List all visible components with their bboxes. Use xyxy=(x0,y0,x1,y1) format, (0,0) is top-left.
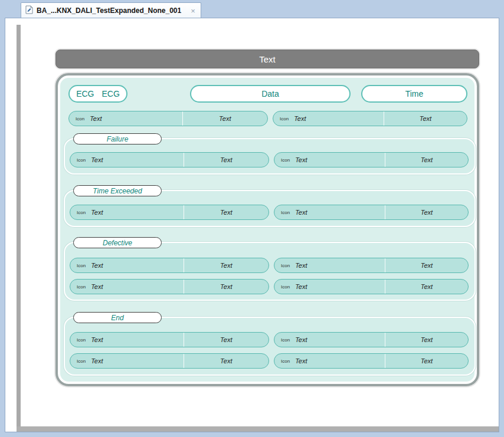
main-widget-panel[interactable]: ECG ECG Data Time Icon Text Text Icon Te… xyxy=(55,73,479,386)
page-edge-shadow-left xyxy=(17,25,21,426)
status-pill[interactable]: Icon Text Text xyxy=(70,279,269,294)
tab-bar: BA_...KNX_DALI_TestExpanded_None_001 × xyxy=(5,2,499,18)
pill-value-label: Text xyxy=(182,111,267,126)
pill-text-label: Text xyxy=(295,357,307,364)
pill-icon-placeholder: Icon xyxy=(77,359,86,364)
pill-value-label: Text xyxy=(184,280,269,294)
pill-text-label: Text xyxy=(295,336,307,343)
pill-text-label: Text xyxy=(91,209,103,216)
pill-left-segment: Icon Text xyxy=(70,153,184,167)
pill-icon-placeholder: Icon xyxy=(281,359,290,364)
status-pill[interactable]: Icon Text Text xyxy=(274,258,469,273)
pill-text-label: Text xyxy=(91,357,103,364)
section-end[interactable]: End Icon Text Text Icon Text Text xyxy=(64,317,476,376)
pill-icon-placeholder: Icon xyxy=(77,157,86,163)
pill-icon-placeholder: Icon xyxy=(281,337,290,343)
document-icon xyxy=(25,5,33,17)
tab-title: BA_...KNX_DALI_TestExpanded_None_001 xyxy=(37,6,181,15)
status-pill[interactable]: Icon Text Text xyxy=(274,152,469,167)
pill-value-label: Text xyxy=(385,280,468,294)
pill-left-segment: Icon Text xyxy=(69,111,182,126)
pill-text-label: Text xyxy=(295,262,307,269)
close-icon[interactable]: × xyxy=(191,7,195,15)
pill-icon-placeholder: Icon xyxy=(77,210,86,215)
pill-left-segment: Icon Text xyxy=(70,280,184,294)
pill-value-label: Text xyxy=(184,333,269,347)
section-label-failure[interactable]: Failure xyxy=(73,133,162,144)
pill-left-segment: Icon Text xyxy=(274,205,385,219)
pill-left-segment: Icon Text xyxy=(274,333,385,347)
time-field[interactable]: Time xyxy=(361,85,467,103)
pill-left-segment: Icon Text xyxy=(70,205,184,219)
pill-value-label: Text xyxy=(385,153,468,167)
pill-left-segment: Icon Text xyxy=(70,258,184,272)
pill-value-label: Text xyxy=(385,258,468,272)
status-pill[interactable]: Icon Text Text xyxy=(274,332,469,347)
pill-value-label: Text xyxy=(385,333,468,347)
section-label-time-exceeded[interactable]: Time Exceeded xyxy=(73,185,162,196)
status-pill[interactable]: Icon Text Text xyxy=(68,111,268,126)
pill-icon-placeholder: Icon xyxy=(281,210,290,215)
pill-text-label: Text xyxy=(295,283,307,290)
section-defective[interactable]: Defective Icon Text Text Icon Text Text xyxy=(64,242,476,301)
pill-icon-placeholder: Icon xyxy=(77,337,86,343)
pill-icon-placeholder: Icon xyxy=(281,284,290,290)
pill-text-label: Text xyxy=(90,115,102,122)
pill-icon-placeholder: Icon xyxy=(281,263,290,268)
status-pill[interactable]: Icon Text Text xyxy=(70,353,269,369)
section-label-end[interactable]: End xyxy=(73,312,162,323)
pill-value-label: Text xyxy=(184,153,269,167)
page: Text ECG ECG Data Time Icon Text Text Ic… xyxy=(21,25,499,426)
pill-icon-placeholder: Icon xyxy=(77,263,86,268)
pill-icon-placeholder: Icon xyxy=(77,284,86,290)
pill-left-segment: Icon Text xyxy=(273,111,384,126)
pill-text-label: Text xyxy=(294,115,306,122)
pill-text-label: Text xyxy=(295,209,307,216)
pill-left-segment: Icon Text xyxy=(274,153,385,167)
design-canvas: Text ECG ECG Data Time Icon Text Text Ic… xyxy=(5,18,499,432)
status-pill[interactable]: Icon Text Text xyxy=(274,205,469,220)
data-field[interactable]: Data xyxy=(190,85,351,103)
status-pill[interactable]: Icon Text Text xyxy=(273,111,467,126)
pill-text-label: Text xyxy=(91,156,103,163)
status-pill[interactable]: Icon Text Text xyxy=(70,258,269,273)
status-pill[interactable]: Icon Text Text xyxy=(70,332,269,347)
pill-left-segment: Icon Text xyxy=(274,280,385,294)
ecg-label-right: ECG xyxy=(102,89,120,98)
ecg-button[interactable]: ECG ECG xyxy=(68,85,127,103)
pill-left-segment: Icon Text xyxy=(70,354,184,368)
section-label-defective[interactable]: Defective xyxy=(73,237,162,248)
pill-value-label: Text xyxy=(385,354,468,368)
pill-text-label: Text xyxy=(295,156,307,163)
status-pill[interactable]: Icon Text Text xyxy=(70,205,269,220)
pill-icon-placeholder: Icon xyxy=(280,116,289,121)
pill-value-label: Text xyxy=(384,111,467,126)
pill-value-label: Text xyxy=(184,354,269,368)
page-title-bar[interactable]: Text xyxy=(55,50,479,68)
pill-icon-placeholder: Icon xyxy=(76,116,84,121)
pill-icon-placeholder: Icon xyxy=(281,157,290,163)
pill-left-segment: Icon Text xyxy=(70,333,184,347)
ecg-label-left: ECG xyxy=(76,89,94,98)
status-pill[interactable]: Icon Text Text xyxy=(274,279,469,294)
status-pill[interactable]: Icon Text Text xyxy=(70,152,269,167)
status-pill[interactable]: Icon Text Text xyxy=(274,353,469,369)
section-time-exceeded[interactable]: Time Exceeded Icon Text Text Icon Text T… xyxy=(64,190,476,227)
section-failure[interactable]: Failure Icon Text Text Icon Text Text xyxy=(64,138,476,175)
pill-text-label: Text xyxy=(91,336,103,343)
pill-value-label: Text xyxy=(385,205,468,219)
pill-value-label: Text xyxy=(184,258,269,272)
pill-text-label: Text xyxy=(91,283,103,290)
pill-left-segment: Icon Text xyxy=(274,354,385,368)
page-edge-shadow-bottom xyxy=(17,426,499,432)
pill-left-segment: Icon Text xyxy=(274,258,385,272)
pill-value-label: Text xyxy=(184,205,269,219)
pill-text-label: Text xyxy=(91,262,103,269)
tab-document[interactable]: BA_...KNX_DALI_TestExpanded_None_001 × xyxy=(21,2,201,18)
